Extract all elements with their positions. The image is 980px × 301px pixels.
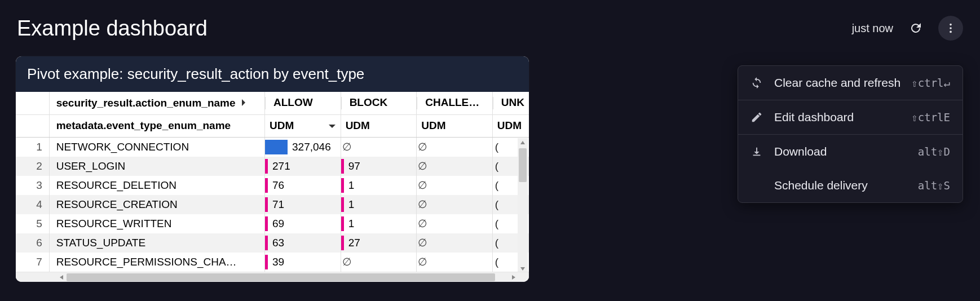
panel-title: Pivot example: security_result_action by… [16,56,529,92]
pivot-table-container: security_result.action_enum_name ALLOW B… [16,92,529,282]
chevron-right-icon [241,97,246,109]
dashboard-header: Example dashboard just now [0,0,980,46]
svg-point-0 [950,24,952,26]
refresh-button[interactable] [903,16,928,41]
menu-item-clear-cache-refresh[interactable]: Clear cache and refresh ⇧ctrl↵ [738,66,963,100]
pivot-table: security_result.action_enum_name ALLOW B… [16,92,529,272]
pivot-field-header[interactable]: security_result.action_enum_name [49,92,264,114]
table-row[interactable]: 7RESOURCE_PERMISSIONS_CHA…39∅∅( [16,253,529,272]
table-row[interactable]: 1NETWORK_CONNECTION327,046∅∅( [16,137,529,157]
scroll-left-icon[interactable] [56,272,67,282]
table-row[interactable]: 3RESOURCE_DELETION761∅( [16,176,529,195]
table-column-header-row: security_result.action_enum_name ALLOW B… [16,92,529,114]
pivot-panel: Pivot example: security_result_action by… [16,56,529,282]
scroll-up-icon[interactable] [518,138,528,147]
dashboard-context-menu: Clear cache and refresh ⇧ctrl↵ Edit dash… [738,65,963,203]
col-header-unknown[interactable]: UNK [492,92,529,114]
download-icon [751,145,766,158]
shortcut: ⇧ctrlE [911,111,950,123]
menu-item-download[interactable]: Download alt⇧D [738,135,963,169]
refresh-timestamp: just now [852,22,893,35]
more-menu-button[interactable] [938,16,963,41]
col-index-header [16,92,49,114]
shortcut: alt⇧D [918,145,950,158]
col-header-challenge[interactable]: CHALLE… [417,92,493,114]
table-row[interactable]: 2USER_LOGIN27197∅( [16,157,529,176]
page-title: Example dashboard [17,16,852,41]
measure-header-challenge[interactable]: UDM [417,114,493,137]
header-actions: just now [852,16,963,41]
shortcut: ⇧ctrl↵ [911,77,950,89]
table-row[interactable]: 4RESOURCE_CREATION711∅( [16,195,529,214]
svg-point-1 [950,27,952,29]
horizontal-scrollbar-thumb[interactable] [67,273,495,281]
table-measure-header-row: metadata.event_type_enum_name UDM UDM UD… [16,114,529,137]
col-header-block[interactable]: BLOCK [341,92,417,114]
vertical-scrollbar-thumb[interactable] [519,148,527,182]
measure-header-block[interactable]: UDM [341,114,417,137]
refresh-sync-icon [751,77,766,89]
col-header-allow[interactable]: ALLOW [265,92,341,114]
svg-point-2 [950,31,952,33]
menu-item-edit-dashboard[interactable]: Edit dashboard ⇧ctrlE [738,100,963,134]
scroll-right-icon[interactable] [509,272,519,282]
row-field-header[interactable]: metadata.event_type_enum_name [49,114,264,137]
measure-header-unknown[interactable]: UDM [492,114,529,137]
menu-item-schedule-delivery[interactable]: Schedule delivery alt⇧S [738,169,963,202]
table-row[interactable]: 5RESOURCE_WRITTEN691∅( [16,214,529,233]
more-vertical-icon [944,22,957,34]
horizontal-scrollbar[interactable] [16,272,529,282]
measure-header-allow[interactable]: UDM [265,114,341,137]
pencil-icon [751,111,766,123]
table-row[interactable]: 6STATUS_UPDATE6327∅( [16,233,529,253]
vertical-scrollbar[interactable] [518,138,528,273]
shortcut: alt⇧S [918,179,950,192]
refresh-icon [909,21,922,35]
chevron-down-icon [328,119,336,132]
